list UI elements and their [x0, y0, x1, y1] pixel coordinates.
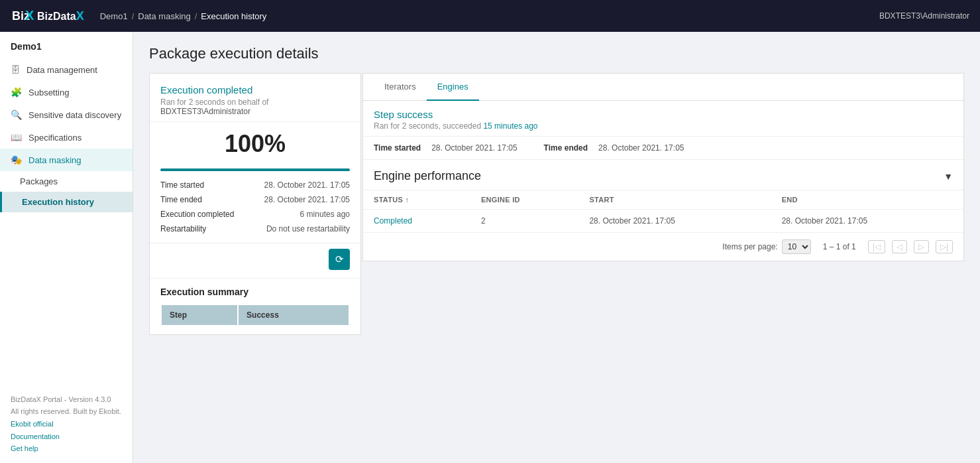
exec-sub1: Ran for 2 seconds on behalf of: [160, 98, 268, 107]
footer-rights: All rights reserved. Built by Ekobit.: [11, 405, 122, 418]
exec-row-time-ended: Time ended 28. October 2021. 17:05: [160, 192, 350, 207]
restartability-value: Do not use restartability: [266, 224, 350, 233]
sidebar-footer: BizDataX Portal - Version 4.3.0 All righ…: [0, 385, 133, 463]
time-row: Time started 28. October 2021. 17:05 Tim…: [363, 137, 963, 160]
execution-header: Execution completed Ran for 2 seconds on…: [150, 74, 360, 122]
footer-link-help[interactable]: Get help: [11, 442, 122, 455]
brand-name: BizDataX: [37, 9, 84, 23]
page-next-btn[interactable]: ▷: [914, 240, 929, 253]
user-info: BDXTEST3\Administrator: [879, 11, 969, 21]
summary-col-step: Step: [162, 305, 237, 325]
breadcrumb-current: Execution history: [201, 11, 266, 21]
page-title: Package execution details: [149, 45, 964, 62]
per-page-group: Items per page: 5 10 25 50: [722, 239, 810, 254]
breadcrumb-demo1[interactable]: Demo1: [100, 11, 128, 21]
per-page-label: Items per page:: [722, 242, 777, 251]
sidebar-sublabel-packages: Packages: [20, 176, 58, 186]
perf-header: Engine performance ▼: [363, 160, 963, 190]
topnav: Biz X BizDataX Demo1 / Data masking / Ex…: [0, 0, 980, 32]
time-ended-label: Time ended: [160, 195, 202, 204]
col-engine-id: ENGINE ID: [470, 190, 579, 210]
right-panel: Iterators Engines Step success Ran for 2…: [362, 73, 964, 261]
sidebar-item-subsetting[interactable]: 🧩 Subsetting: [0, 81, 133, 103]
time-started-value: 28. October 2021. 17:05: [264, 180, 350, 190]
pagination-row: Items per page: 5 10 25 50 1 – 1 of 1 |◁…: [363, 233, 963, 261]
page-first-btn[interactable]: |◁: [868, 240, 885, 253]
exec-row-time-started: Time started 28. October 2021. 17:05: [160, 178, 350, 192]
sidebar-label-specifications: Specifications: [28, 133, 82, 143]
page-last-btn[interactable]: ▷|: [936, 240, 953, 253]
exec-sub-text: Ran for 2 seconds on behalf of BDXTEST3\…: [160, 98, 350, 116]
icon-btn-row: ⟳: [150, 243, 360, 278]
exec-status: Execution completed: [160, 84, 350, 96]
table-row: Completed 2 28. October 2021. 17:05 28. …: [363, 210, 963, 233]
right-time-ended-value: 28. October 2021. 17:05: [598, 143, 684, 153]
step-sub: Ran for 2 seconds, succeeded 15 minutes …: [374, 121, 953, 131]
exec-row-restartability: Restartability Do not use restartability: [160, 222, 350, 236]
sidebar-item-data-management[interactable]: 🗄 Data management: [0, 58, 133, 81]
restartability-label: Restartability: [160, 224, 206, 233]
exec-summary-title: Execution summary: [160, 287, 350, 297]
exec-sub2: BDXTEST3\Administrator: [160, 107, 250, 116]
content-columns: Execution completed Ran for 2 seconds on…: [149, 73, 964, 335]
perf-title: Engine performance: [374, 169, 481, 183]
perf-table: STATUS ↑ ENGINE ID START END Completed 2…: [363, 190, 963, 233]
sidebar: Demo1 🗄 Data management 🧩 Subsetting 🔍 S…: [0, 32, 133, 463]
sidebar-label-data-masking: Data masking: [28, 155, 81, 165]
search-icon: 🔍: [11, 109, 22, 120]
step-success: Step success: [374, 109, 953, 120]
cell-start: 28. October 2021. 17:05: [578, 210, 771, 233]
exec-details: Time started 28. October 2021. 17:05 Tim…: [150, 171, 360, 243]
time-ended-group: Time ended 28. October 2021. 17:05: [544, 143, 684, 153]
sidebar-item-sensitive-data-discovery[interactable]: 🔍 Sensitive data discovery: [0, 103, 133, 126]
svg-text:X: X: [25, 8, 34, 23]
time-ended-value: 28. October 2021. 17:05: [264, 195, 350, 204]
step-ago: 15 minutes ago: [483, 121, 537, 131]
percent-block: 100%: [150, 122, 360, 163]
exec-completed-value: 6 minutes ago: [300, 210, 350, 219]
per-page-select[interactable]: 5 10 25 50: [782, 239, 811, 254]
sidebar-subitem-execution-history[interactable]: Execution history: [0, 192, 133, 212]
sidebar-subitem-packages[interactable]: Packages: [0, 171, 133, 192]
sidebar-label-subsetting: Subsetting: [28, 88, 69, 98]
col-status: STATUS ↑: [363, 190, 470, 210]
logo: Biz X BizDataX: [11, 4, 84, 28]
cell-status[interactable]: Completed: [363, 210, 470, 233]
right-time-started-value: 28. October 2021. 17:05: [431, 143, 517, 153]
main-layout: Demo1 🗄 Data management 🧩 Subsetting 🔍 S…: [0, 32, 980, 463]
filter-icon[interactable]: ▼: [944, 171, 953, 182]
right-time-ended-label: Time ended: [544, 143, 588, 153]
exec-row-completed: Execution completed 6 minutes ago: [160, 207, 350, 222]
breadcrumb-data-masking[interactable]: Data masking: [138, 11, 190, 21]
sidebar-item-data-masking[interactable]: 🎭 Data masking: [0, 149, 133, 171]
step-block: Step success Ran for 2 seconds, succeede…: [363, 101, 963, 137]
summary-col-success: Success: [239, 305, 349, 325]
breadcrumb-sep1: /: [132, 11, 135, 21]
exec-summary: Execution summary Step Success: [150, 278, 360, 334]
page-prev-btn[interactable]: ◁: [892, 240, 907, 253]
exec-completed-label: Execution completed: [160, 210, 234, 219]
sidebar-label-sensitive-data-discovery: Sensitive data discovery: [28, 110, 121, 120]
sidebar-project-title: Demo1: [0, 32, 133, 58]
time-started-group: Time started 28. October 2021. 17:05: [374, 143, 517, 153]
tab-iterators[interactable]: Iterators: [374, 74, 427, 101]
sidebar-item-specifications[interactable]: 📖 Specifications: [0, 126, 133, 149]
footer-link-ekobit[interactable]: Ekobit official: [11, 418, 122, 430]
page-info: 1 – 1 of 1: [823, 242, 856, 251]
right-time-started-label: Time started: [374, 143, 421, 153]
breadcrumb: Demo1 / Data masking / Execution history: [100, 11, 879, 21]
mask-icon: 🎭: [11, 155, 22, 165]
puzzle-icon: 🧩: [11, 87, 22, 98]
col-start: START: [578, 190, 771, 210]
logo-icon: Biz X: [11, 4, 34, 28]
cell-end: 28. October 2021. 17:05: [771, 210, 963, 233]
sidebar-sublabel-execution-history: Execution history: [22, 197, 94, 207]
sidebar-label-data-management: Data management: [27, 65, 97, 75]
refresh-button[interactable]: ⟳: [329, 249, 350, 270]
col-end: END: [771, 190, 963, 210]
footer-link-docs[interactable]: Documentation: [11, 430, 122, 443]
database-icon: 🗄: [11, 64, 20, 75]
brand-x: X: [76, 9, 84, 23]
tab-engines[interactable]: Engines: [427, 74, 479, 101]
cell-engine-id: 2: [470, 210, 579, 233]
